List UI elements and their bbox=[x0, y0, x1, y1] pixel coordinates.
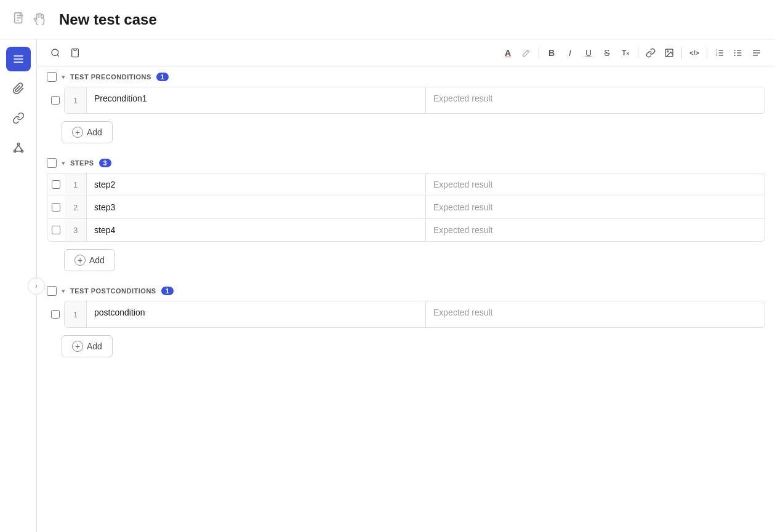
sidebar-link-button[interactable] bbox=[6, 106, 31, 130]
preconditions-row-checkbox-1[interactable] bbox=[51, 96, 60, 105]
clear-format-button[interactable]: Tx bbox=[617, 44, 634, 62]
svg-point-24 bbox=[734, 52, 736, 54]
preconditions-row-num-1: 1 bbox=[65, 87, 87, 113]
unordered-list-button[interactable] bbox=[729, 44, 747, 62]
code-button[interactable]: </> bbox=[686, 44, 703, 62]
document-icon bbox=[12, 12, 26, 28]
steps-count: 3 bbox=[99, 159, 111, 167]
font-color-button[interactable]: A bbox=[499, 44, 516, 62]
postconditions-chevron[interactable]: ▾ bbox=[62, 287, 65, 295]
postconditions-header: ▾ TEST POSTCONDITIONS 1 bbox=[47, 286, 765, 296]
steps-row-action-3[interactable]: step4 bbox=[87, 219, 426, 241]
toolbar-divider-3 bbox=[681, 47, 682, 59]
svg-point-4 bbox=[17, 143, 19, 145]
steps-section: ▾ STEPS 3 1 step2 Expected result bbox=[47, 158, 765, 271]
postconditions-row-1: 1 postcondition Expected result bbox=[64, 301, 765, 328]
postconditions-checkbox[interactable] bbox=[47, 286, 57, 296]
bold-button[interactable]: B bbox=[543, 44, 560, 62]
postconditions-row-num-1: 1 bbox=[65, 301, 87, 327]
steps-row-num-1: 1 bbox=[65, 173, 87, 196]
postconditions-row-action-1[interactable]: postcondition bbox=[87, 301, 426, 327]
page-title: New test case bbox=[59, 11, 157, 28]
preconditions-row-action-1[interactable]: Precondition1 bbox=[87, 87, 426, 113]
preconditions-table: 1 Precondition1 Expected result bbox=[47, 87, 765, 114]
underline-button[interactable]: U bbox=[580, 44, 597, 62]
steps-row-check-col-3 bbox=[47, 219, 65, 241]
steps-chevron[interactable]: ▾ bbox=[62, 159, 65, 167]
preconditions-chevron[interactable]: ▾ bbox=[62, 73, 65, 81]
steps-row-expected-2[interactable]: Expected result bbox=[426, 196, 765, 219]
steps-add-label: Add bbox=[89, 255, 105, 265]
steps-row-num-3: 3 bbox=[65, 219, 87, 241]
font-highlight-button[interactable] bbox=[518, 44, 535, 62]
link-button[interactable] bbox=[642, 44, 659, 62]
preconditions-row-1: 1 Precondition1 Expected result bbox=[64, 87, 765, 114]
toolbar-divider-4 bbox=[707, 47, 707, 59]
steps-row-expected-3[interactable]: Expected result bbox=[426, 219, 765, 241]
steps-checkbox[interactable] bbox=[47, 158, 57, 168]
postconditions-section: ▾ TEST POSTCONDITIONS 1 1 postcondition … bbox=[47, 286, 765, 357]
toolbar-left bbox=[47, 44, 84, 62]
steps-title: STEPS bbox=[70, 159, 94, 167]
preconditions-header: ▾ TEST PRECONDITIONS 1 bbox=[47, 72, 765, 82]
steps-row-checkbox-1[interactable] bbox=[52, 180, 60, 189]
steps-row-expected-1[interactable]: Expected result bbox=[426, 173, 765, 196]
postconditions-row-outer-1: 1 postcondition Expected result bbox=[47, 301, 765, 328]
postconditions-title: TEST POSTCONDITIONS bbox=[70, 287, 156, 295]
main-layout: › A bbox=[0, 39, 775, 532]
svg-point-10 bbox=[52, 49, 58, 56]
sidebar-attachment-button[interactable] bbox=[6, 76, 31, 101]
svg-point-13 bbox=[667, 51, 669, 52]
steps-row-checkbox-2[interactable] bbox=[52, 203, 60, 212]
header-icons bbox=[12, 12, 47, 28]
clipboard-button[interactable] bbox=[66, 44, 84, 62]
image-button[interactable] bbox=[661, 44, 678, 62]
svg-text:3: 3 bbox=[716, 54, 718, 57]
toolbar: A B I U S Tx bbox=[37, 39, 775, 67]
steps-header: ▾ STEPS 3 bbox=[47, 158, 765, 168]
preconditions-checkbox[interactable] bbox=[47, 72, 57, 82]
steps-row-check-col-2 bbox=[47, 196, 65, 219]
preconditions-row-check-1 bbox=[47, 87, 64, 114]
italic-button[interactable]: I bbox=[561, 44, 579, 62]
align-button[interactable] bbox=[748, 44, 765, 62]
steps-row-checkbox-3[interactable] bbox=[52, 226, 60, 234]
svg-rect-11 bbox=[74, 49, 76, 50]
steps-row-action-2[interactable]: step3 bbox=[87, 196, 426, 219]
top-header: New test case bbox=[0, 0, 775, 39]
sidebar-collapse-button[interactable]: › bbox=[28, 277, 45, 295]
steps-row-action-1[interactable]: step2 bbox=[87, 173, 426, 196]
hand-icon bbox=[33, 12, 47, 28]
preconditions-title: TEST PRECONDITIONS bbox=[70, 73, 151, 81]
postconditions-row-expected-1[interactable]: Expected result bbox=[426, 301, 765, 327]
preconditions-row-expected-1[interactable]: Expected result bbox=[426, 87, 765, 113]
sections-wrapper: ▾ TEST PRECONDITIONS 1 1 Precondition1 E… bbox=[37, 67, 775, 382]
preconditions-row-outer-1: 1 Precondition1 Expected result bbox=[47, 87, 765, 114]
steps-row-outer-3: 3 step4 Expected result bbox=[47, 219, 765, 241]
steps-row-outer-1: 1 step2 Expected result bbox=[47, 173, 765, 196]
search-button[interactable] bbox=[47, 44, 64, 62]
sidebar-menu-button[interactable] bbox=[6, 47, 31, 71]
steps-row-check-col-1 bbox=[47, 173, 65, 196]
preconditions-add-button[interactable]: + Add bbox=[62, 121, 113, 143]
sidebar-network-button[interactable] bbox=[6, 135, 31, 160]
postconditions-add-label: Add bbox=[87, 341, 102, 351]
toolbar-divider-1 bbox=[539, 47, 539, 59]
steps-table-wrapper: 1 step2 Expected result 2 step3 Expected… bbox=[47, 173, 765, 242]
postconditions-add-icon: + bbox=[72, 341, 83, 352]
toolbar-right: A B I U S Tx bbox=[499, 44, 765, 62]
preconditions-count: 1 bbox=[156, 73, 169, 81]
strikethrough-button[interactable]: S bbox=[598, 44, 616, 62]
toolbar-divider-2 bbox=[638, 47, 638, 59]
preconditions-add-label: Add bbox=[87, 127, 102, 137]
sidebar: › bbox=[0, 39, 37, 532]
steps-add-button[interactable]: + Add bbox=[64, 249, 115, 271]
ordered-list-button[interactable]: 1 2 3 bbox=[711, 44, 728, 62]
svg-point-25 bbox=[734, 55, 736, 56]
svg-point-23 bbox=[734, 50, 736, 51]
steps-add-icon: + bbox=[74, 255, 86, 266]
svg-line-8 bbox=[18, 145, 22, 150]
postconditions-row-checkbox-1[interactable] bbox=[51, 310, 60, 319]
preconditions-add-icon: + bbox=[72, 127, 83, 138]
postconditions-add-button[interactable]: + Add bbox=[62, 335, 113, 357]
